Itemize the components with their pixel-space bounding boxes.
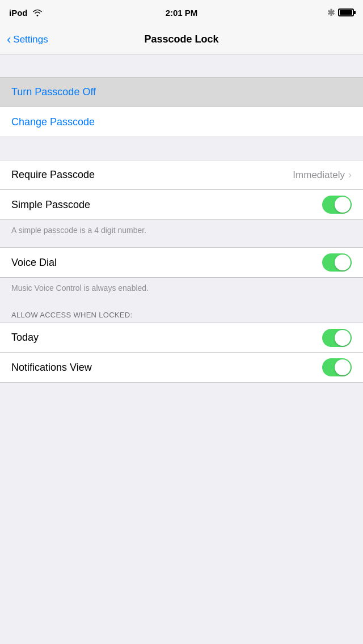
wifi-icon [32, 9, 43, 16]
require-passcode-value: Immediately [293, 170, 345, 181]
back-button[interactable]: ‹ Settings [7, 33, 48, 46]
voice-dial-toggle[interactable] [322, 253, 352, 272]
section-gap-3 [0, 243, 363, 247]
simple-passcode-footer: A simple passcode is a 4 digit number. [0, 220, 363, 243]
passcode-settings-section: Require Passcode Immediately › Simple Pa… [0, 160, 363, 220]
battery-icon [338, 9, 354, 16]
notifications-view-toggle[interactable] [322, 358, 352, 376]
status-right: ✱ [327, 7, 354, 18]
today-label: Today [11, 332, 322, 344]
simple-passcode-toggle-thumb [335, 197, 351, 213]
status-left: iPod [9, 8, 43, 18]
today-toggle-thumb [335, 330, 351, 346]
simple-passcode-row[interactable]: Simple Passcode [0, 190, 363, 219]
voice-dial-label: Voice Dial [11, 257, 322, 269]
voice-dial-row[interactable]: Voice Dial [0, 248, 363, 277]
passcode-section: Turn Passcode Off Change Passcode [0, 77, 363, 137]
voice-dial-section: Voice Dial [0, 247, 363, 278]
section-gap-2 [0, 137, 363, 160]
battery-fill [340, 10, 352, 15]
nav-bar: ‹ Settings Passcode Lock [0, 25, 363, 54]
turn-passcode-off-label: Turn Passcode Off [11, 86, 352, 98]
turn-passcode-off-row[interactable]: Turn Passcode Off [0, 78, 363, 107]
today-row[interactable]: Today [0, 323, 363, 353]
status-time: 2:01 PM [166, 8, 198, 18]
notifications-view-label: Notifications View [11, 362, 322, 374]
simple-passcode-toggle[interactable] [322, 196, 352, 214]
notifications-view-toggle-thumb [335, 359, 351, 375]
bluetooth-icon: ✱ [327, 7, 335, 18]
back-label: Settings [13, 34, 48, 45]
change-passcode-row[interactable]: Change Passcode [0, 107, 363, 137]
back-chevron-icon: ‹ [7, 33, 11, 46]
simple-passcode-label: Simple Passcode [11, 199, 322, 211]
require-passcode-chevron-icon: › [348, 169, 352, 181]
notifications-view-row[interactable]: Notifications View [0, 353, 363, 382]
carrier-label: iPod [9, 8, 28, 18]
voice-dial-footer: Music Voice Control is always enabled. [0, 278, 363, 300]
require-passcode-row[interactable]: Require Passcode Immediately › [0, 160, 363, 190]
require-passcode-label: Require Passcode [11, 169, 293, 181]
change-passcode-label: Change Passcode [11, 116, 352, 128]
section-gap-1 [0, 54, 363, 77]
status-bar: iPod 2:01 PM ✱ [0, 0, 363, 25]
locked-access-section: Today Notifications View [0, 323, 363, 383]
locked-access-header: ALLOW ACCESS WHEN LOCKED: [0, 300, 363, 323]
today-toggle[interactable] [322, 329, 352, 347]
page-title: Passcode Lock [144, 33, 218, 45]
voice-dial-toggle-thumb [335, 255, 351, 270]
